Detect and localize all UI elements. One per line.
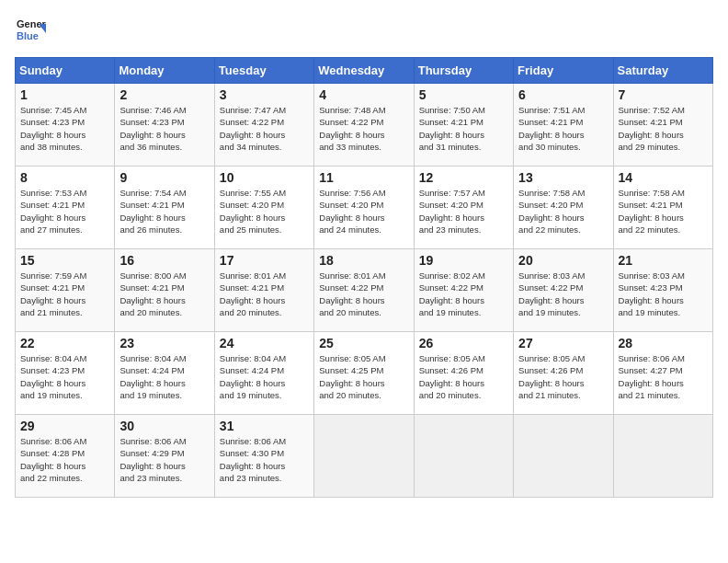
calendar-cell: 2Sunrise: 7:46 AM Sunset: 4:23 PM Daylig… [115, 84, 214, 167]
calendar-cell: 12Sunrise: 7:57 AM Sunset: 4:20 PM Dayli… [414, 167, 513, 249]
calendar-cell: 15Sunrise: 7:59 AM Sunset: 4:21 PM Dayli… [16, 249, 115, 332]
calendar-cell: 7Sunrise: 7:52 AM Sunset: 4:21 PM Daylig… [613, 84, 712, 167]
cell-content: Sunrise: 8:06 AM Sunset: 4:28 PM Dayligh… [20, 435, 109, 484]
cell-content: Sunrise: 7:58 AM Sunset: 4:20 PM Dayligh… [518, 187, 608, 236]
cell-content: Sunrise: 7:56 AM Sunset: 4:20 PM Dayligh… [319, 187, 408, 236]
cell-content: Sunrise: 7:53 AM Sunset: 4:21 PM Dayligh… [20, 187, 109, 236]
day-number: 2 [119, 87, 209, 102]
day-number: 22 [20, 336, 109, 350]
cell-content: Sunrise: 8:04 AM Sunset: 4:24 PM Dayligh… [220, 352, 309, 401]
day-number: 26 [419, 336, 508, 350]
calendar-cell: 6Sunrise: 7:51 AM Sunset: 4:21 PM Daylig… [514, 84, 613, 167]
calendar-week-3: 15Sunrise: 7:59 AM Sunset: 4:21 PM Dayli… [16, 249, 713, 332]
calendar-table: SundayMondayTuesdayWednesdayThursdayFrid… [15, 57, 713, 498]
day-header-saturday: Saturday [613, 58, 712, 84]
calendar-cell: 21Sunrise: 8:03 AM Sunset: 4:23 PM Dayli… [613, 249, 712, 332]
cell-content: Sunrise: 7:52 AM Sunset: 4:21 PM Dayligh… [619, 104, 708, 153]
cell-content: Sunrise: 7:55 AM Sunset: 4:20 PM Dayligh… [220, 187, 309, 236]
cell-content: Sunrise: 8:01 AM Sunset: 4:21 PM Dayligh… [220, 270, 309, 318]
day-number: 3 [220, 87, 309, 102]
page-header: General Blue [15, 15, 713, 46]
calendar-cell: 26Sunrise: 8:05 AM Sunset: 4:26 PM Dayli… [414, 332, 513, 415]
calendar-cell: 22Sunrise: 8:04 AM Sunset: 4:23 PM Dayli… [16, 332, 115, 415]
cell-content: Sunrise: 7:54 AM Sunset: 4:21 PM Dayligh… [119, 187, 209, 236]
calendar-cell: 29Sunrise: 8:06 AM Sunset: 4:28 PM Dayli… [16, 415, 115, 498]
day-number: 19 [419, 253, 508, 268]
cell-content: Sunrise: 8:06 AM Sunset: 4:29 PM Dayligh… [119, 435, 209, 484]
calendar-cell: 24Sunrise: 8:04 AM Sunset: 4:24 PM Dayli… [214, 332, 313, 415]
calendar-cell [414, 415, 513, 498]
cell-content: Sunrise: 7:59 AM Sunset: 4:21 PM Dayligh… [20, 270, 109, 318]
calendar-week-1: 1Sunrise: 7:45 AM Sunset: 4:23 PM Daylig… [16, 84, 713, 167]
calendar-cell: 23Sunrise: 8:04 AM Sunset: 4:24 PM Dayli… [115, 332, 214, 415]
calendar-week-5: 29Sunrise: 8:06 AM Sunset: 4:28 PM Dayli… [16, 415, 713, 498]
day-header-tuesday: Tuesday [214, 58, 313, 84]
calendar-cell: 17Sunrise: 8:01 AM Sunset: 4:21 PM Dayli… [214, 249, 313, 332]
day-number: 4 [319, 87, 408, 102]
cell-content: Sunrise: 7:45 AM Sunset: 4:23 PM Dayligh… [20, 104, 109, 153]
calendar-cell: 25Sunrise: 8:05 AM Sunset: 4:25 PM Dayli… [314, 332, 414, 415]
cell-content: Sunrise: 7:50 AM Sunset: 4:21 PM Dayligh… [419, 104, 508, 153]
calendar-cell: 31Sunrise: 8:06 AM Sunset: 4:30 PM Dayli… [214, 415, 313, 498]
day-number: 14 [619, 170, 708, 185]
day-header-friday: Friday [514, 58, 613, 84]
day-number: 29 [20, 419, 109, 433]
calendar-cell: 8Sunrise: 7:53 AM Sunset: 4:21 PM Daylig… [16, 167, 115, 249]
day-number: 6 [518, 87, 608, 102]
day-number: 17 [220, 253, 309, 268]
calendar-cell [314, 415, 414, 498]
calendar-cell: 16Sunrise: 8:00 AM Sunset: 4:21 PM Dayli… [115, 249, 214, 332]
day-number: 12 [419, 170, 508, 185]
cell-content: Sunrise: 8:05 AM Sunset: 4:25 PM Dayligh… [319, 352, 408, 401]
day-number: 23 [119, 336, 209, 350]
cell-content: Sunrise: 7:57 AM Sunset: 4:20 PM Dayligh… [419, 187, 508, 236]
day-number: 18 [319, 253, 408, 268]
day-number: 1 [20, 87, 109, 102]
day-number: 8 [20, 170, 109, 185]
calendar-cell: 14Sunrise: 7:58 AM Sunset: 4:21 PM Dayli… [613, 167, 712, 249]
cell-content: Sunrise: 8:05 AM Sunset: 4:26 PM Dayligh… [419, 352, 508, 401]
day-number: 10 [220, 170, 309, 185]
calendar-cell: 18Sunrise: 8:01 AM Sunset: 4:22 PM Dayli… [314, 249, 414, 332]
cell-content: Sunrise: 7:46 AM Sunset: 4:23 PM Dayligh… [119, 104, 209, 153]
calendar-cell [613, 415, 712, 498]
calendar-cell: 20Sunrise: 8:03 AM Sunset: 4:22 PM Dayli… [514, 249, 613, 332]
cell-content: Sunrise: 7:58 AM Sunset: 4:21 PM Dayligh… [619, 187, 708, 236]
calendar-cell: 9Sunrise: 7:54 AM Sunset: 4:21 PM Daylig… [115, 167, 214, 249]
cell-content: Sunrise: 8:06 AM Sunset: 4:27 PM Dayligh… [619, 352, 708, 401]
day-number: 13 [518, 170, 608, 185]
day-number: 21 [619, 253, 708, 268]
cell-content: Sunrise: 7:47 AM Sunset: 4:22 PM Dayligh… [220, 104, 309, 153]
day-number: 28 [619, 336, 708, 350]
cell-content: Sunrise: 8:01 AM Sunset: 4:22 PM Dayligh… [319, 270, 408, 318]
calendar-cell: 28Sunrise: 8:06 AM Sunset: 4:27 PM Dayli… [613, 332, 712, 415]
calendar-week-2: 8Sunrise: 7:53 AM Sunset: 4:21 PM Daylig… [16, 167, 713, 249]
cell-content: Sunrise: 8:05 AM Sunset: 4:26 PM Dayligh… [518, 352, 608, 401]
day-number: 7 [619, 87, 708, 102]
day-number: 24 [220, 336, 309, 350]
calendar-cell: 5Sunrise: 7:50 AM Sunset: 4:21 PM Daylig… [414, 84, 513, 167]
cell-content: Sunrise: 7:48 AM Sunset: 4:22 PM Dayligh… [319, 104, 408, 153]
day-number: 15 [20, 253, 109, 268]
day-number: 16 [119, 253, 209, 268]
cell-content: Sunrise: 8:03 AM Sunset: 4:22 PM Dayligh… [518, 270, 608, 318]
day-number: 5 [419, 87, 508, 102]
calendar-cell: 30Sunrise: 8:06 AM Sunset: 4:29 PM Dayli… [115, 415, 214, 498]
day-header-thursday: Thursday [414, 58, 513, 84]
day-number: 20 [518, 253, 608, 268]
cell-content: Sunrise: 7:51 AM Sunset: 4:21 PM Dayligh… [518, 104, 608, 153]
calendar-header: SundayMondayTuesdayWednesdayThursdayFrid… [16, 58, 713, 84]
calendar-cell: 11Sunrise: 7:56 AM Sunset: 4:20 PM Dayli… [314, 167, 414, 249]
logo: General Blue [15, 15, 46, 46]
calendar-cell: 13Sunrise: 7:58 AM Sunset: 4:20 PM Dayli… [514, 167, 613, 249]
cell-content: Sunrise: 8:02 AM Sunset: 4:22 PM Dayligh… [419, 270, 508, 318]
day-header-wednesday: Wednesday [314, 58, 414, 84]
cell-content: Sunrise: 8:04 AM Sunset: 4:24 PM Dayligh… [119, 352, 209, 401]
day-number: 30 [119, 419, 209, 433]
day-header-monday: Monday [115, 58, 214, 84]
day-number: 27 [518, 336, 608, 350]
cell-content: Sunrise: 8:06 AM Sunset: 4:30 PM Dayligh… [220, 435, 309, 484]
day-number: 31 [220, 419, 309, 433]
calendar-cell: 10Sunrise: 7:55 AM Sunset: 4:20 PM Dayli… [214, 167, 313, 249]
calendar-cell: 1Sunrise: 7:45 AM Sunset: 4:23 PM Daylig… [16, 84, 115, 167]
